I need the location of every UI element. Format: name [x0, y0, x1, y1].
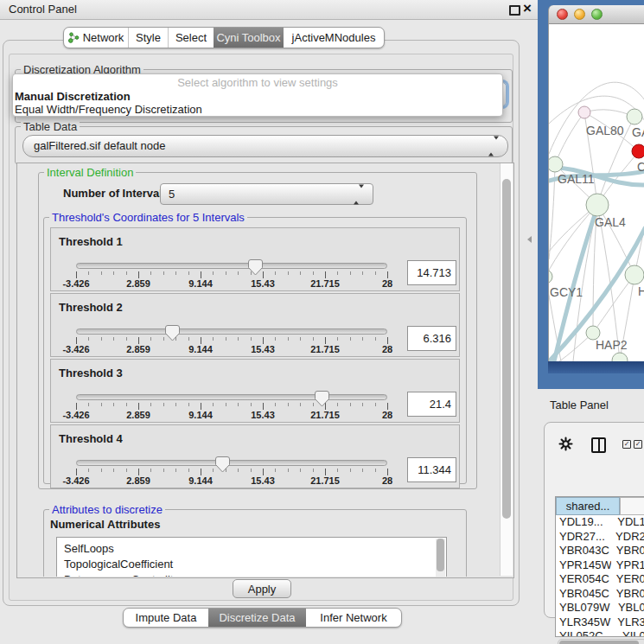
attribute-list-item[interactable]: SelfLoops	[57, 541, 446, 557]
minimize-light-icon[interactable]	[574, 9, 585, 20]
network-node[interactable]	[549, 156, 563, 172]
group-title: Attributes to discretize	[49, 503, 165, 516]
attribute-list-item[interactable]: TopologicalCoefficient	[57, 557, 446, 572]
split-columns-icon[interactable]	[591, 437, 606, 453]
checkbox-icon[interactable]: ✓	[634, 440, 642, 449]
spinner-arrows-icon	[488, 140, 499, 153]
table-row[interactable]: YLR345WYLR34	[556, 615, 644, 630]
table-row[interactable]: YBR043CYBR04	[556, 544, 644, 558]
table-cell-shared: YPR145W	[556, 558, 611, 573]
control-panel-titlebar: Control Panel	[0, 0, 538, 20]
close-icon[interactable]: ×	[523, 0, 532, 17]
table-cell-name: YBR04	[611, 587, 644, 602]
tab-jactivemnodules[interactable]: jActiveMNodules	[284, 28, 384, 48]
threshold-value-field[interactable]: 14.713	[407, 260, 456, 285]
threshold-value-field[interactable]: 21.4	[407, 392, 456, 417]
table-cell-name: YBL07	[613, 601, 644, 615]
bottom-tab-discretize-data[interactable]: Discretize Data	[208, 609, 306, 627]
threshold-value-field[interactable]: 6.316	[407, 326, 456, 351]
network-node[interactable]	[612, 353, 628, 361]
float-window-icon[interactable]	[509, 5, 520, 16]
node-label: C	[637, 160, 644, 174]
table-row[interactable]: YBR045CYBR04	[556, 587, 644, 602]
group-title: Threshold's Coordinates for 5 Intervals	[49, 211, 247, 224]
table-cell-name: YLR34	[612, 615, 644, 630]
bottom-tab-impute-data[interactable]: Impute Data	[124, 609, 208, 627]
table-row[interactable]: YDR27...YDR27	[556, 530, 644, 545]
numerical-attributes-list[interactable]: SelfLoopsTopologicalCoefficientBetweenne…	[56, 537, 447, 577]
splitter-collapse-icon[interactable]	[527, 236, 532, 243]
network-window-frame	[548, 361, 644, 373]
dropdown-option-equal-width-frequency[interactable]: Equal Width/Frequency Discretization	[13, 103, 502, 116]
list-scrollbar[interactable]	[436, 539, 445, 577]
close-light-icon[interactable]	[557, 9, 568, 20]
slider-handle[interactable]	[248, 259, 263, 276]
tab-style[interactable]: Style	[128, 28, 168, 48]
column-header-name[interactable]: na	[620, 497, 644, 515]
table-cell-shared: YDL19...	[556, 515, 612, 530]
number-of-intervals-select[interactable]: 5	[160, 183, 373, 205]
group-title: Interval Definition	[44, 166, 136, 179]
table-cell-name: YIL05	[617, 629, 644, 637]
table-cell-shared: YER054C	[556, 572, 611, 587]
network-node[interactable]	[578, 106, 590, 118]
scrollbar-thumb[interactable]	[502, 179, 511, 519]
table-panel-title: Table Panel	[550, 399, 609, 411]
slider-handle[interactable]	[315, 391, 329, 407]
table-cell-shared: YBL079W	[556, 601, 613, 615]
node-table: shared... na YDL19...YDL19YDR27...YDR27Y…	[555, 496, 644, 637]
network-node[interactable]	[627, 109, 642, 124]
algorithm-dropdown-popup: Select algorithm to view settings Manual…	[12, 73, 503, 117]
apply-button[interactable]: Apply	[233, 579, 291, 598]
table-cell-name: YPR14	[611, 558, 644, 573]
slider-handle[interactable]	[215, 456, 230, 473]
table-cell-name: YDL19	[612, 515, 644, 530]
cyni-mode-tabbar: Impute DataDiscretize DataInfer Network	[123, 608, 402, 628]
threshold-panel: Threshold 1 -3.4262.8599.14415.4321.7152…	[50, 227, 460, 291]
network-icon	[68, 32, 80, 43]
attribute-list-item[interactable]: BetweennessCentrality	[57, 572, 446, 577]
number-of-intervals-label: Number of Intervals	[63, 187, 169, 200]
group-title: Table Data	[21, 120, 80, 133]
panel-title: Control Panel	[9, 3, 77, 16]
threshold-value-field[interactable]: 11.344	[407, 457, 456, 482]
table-row[interactable]: YPR145WYPR14	[556, 558, 644, 573]
network-window-titlebar[interactable]	[548, 5, 644, 24]
bottom-tab-infer-network[interactable]: Infer Network	[306, 609, 401, 627]
checkbox-icon[interactable]: ✓	[622, 440, 631, 449]
scrollbar-thumb[interactable]	[559, 641, 639, 644]
column-header-shared[interactable]: shared...	[556, 497, 620, 515]
control-panel-tabbar: NetworkStyleSelectCyni ToolboxjActiveMNo…	[63, 27, 385, 48]
network-node[interactable]	[625, 265, 644, 284]
dropdown-option-manual-discretization[interactable]: Manual Discretization	[13, 90, 502, 103]
node-label: GCY1	[550, 285, 583, 299]
vertical-scrollbar[interactable]	[500, 163, 513, 576]
tab-cyni-toolbox[interactable]: Cyni Toolbox	[214, 28, 284, 48]
slider-handle[interactable]	[165, 325, 180, 341]
zoom-light-icon[interactable]	[591, 9, 603, 20]
network-node[interactable]	[632, 144, 644, 158]
table-cell-shared: YLR345W	[556, 615, 612, 630]
spinner-arrows-icon	[354, 188, 364, 201]
node-label: HAP2	[596, 338, 628, 352]
node-label: GAL11	[558, 172, 595, 186]
network-view-canvas[interactable]: GAL80GACGAL11GAL4GCY1HHAP2	[548, 24, 644, 361]
tab-select[interactable]: Select	[168, 28, 214, 48]
table-data-select[interactable]: galFiltered.sif default node	[22, 135, 508, 157]
network-node[interactable]	[549, 270, 552, 284]
table-row[interactable]: YER054CYER05	[556, 572, 644, 587]
network-node[interactable]	[586, 194, 609, 216]
gear-icon[interactable]	[558, 437, 573, 454]
selected-table: galFiltered.sif default node	[34, 136, 165, 156]
table-panel-box: ✓ ✓ shared... na YDL19...YDL19YDR27...YD…	[544, 422, 644, 618]
horizontal-scrollbar[interactable]	[558, 639, 644, 644]
table-row[interactable]: YBL079WYBL07	[556, 601, 644, 615]
table-row[interactable]: YDL19...YDL19	[556, 515, 644, 530]
table-cell-shared: YDR27...	[556, 530, 610, 545]
intervals-value: 5	[169, 184, 175, 204]
node-label: GAL4	[595, 215, 626, 229]
tab-network[interactable]: Network	[64, 28, 128, 48]
table-cell-shared: YBR045C	[556, 587, 611, 602]
table-cell-shared: YBR043C	[556, 544, 611, 558]
table-row[interactable]: YIL052CYIL05	[556, 629, 644, 637]
